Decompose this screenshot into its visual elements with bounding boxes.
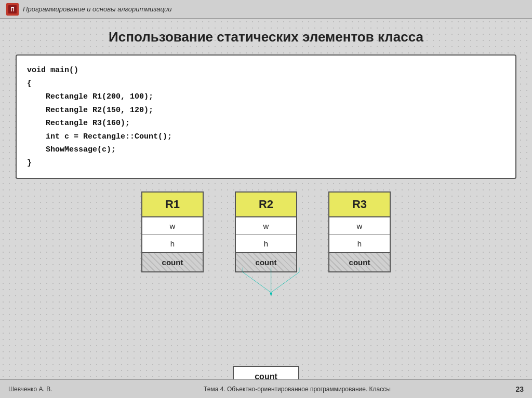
code-block: void main() { Rectangle R1(200, 100); Re…	[16, 54, 516, 179]
r3-field-h: h	[329, 235, 390, 253]
r3-count: count	[329, 253, 390, 271]
object-r1: R1 w h count	[141, 191, 204, 272]
r3-header: R3	[329, 193, 390, 217]
footer-topic: Тема 4. Объектно-ориентированное програм…	[102, 386, 493, 393]
r3-field-w: w	[329, 217, 390, 235]
r1-count: count	[142, 253, 203, 271]
r2-field-w: w	[236, 217, 296, 235]
code-line-2: {	[27, 77, 505, 91]
diagram-area: R1 w h count R2 w h count R3 w h count	[16, 191, 516, 388]
header-title: Программирование и основы алгоритмизации	[23, 5, 171, 13]
code-line-6: int c = Rectangle::Count();	[27, 130, 505, 144]
r1-field-w: w	[142, 217, 203, 235]
footer: Шевченко А. В. Тема 4. Объектно-ориентир…	[0, 379, 532, 398]
r2-field-h: h	[236, 235, 296, 253]
header: П Программирование и основы алгоритмизац…	[0, 0, 532, 19]
code-line-8: }	[27, 157, 505, 170]
r2-header: R2	[236, 193, 296, 217]
main-content: Использование статических элементов клас…	[0, 19, 532, 379]
svg-text:П: П	[10, 7, 14, 12]
object-r2: R2 w h count	[235, 191, 297, 272]
r1-header: R1	[142, 193, 203, 217]
objects-row: R1 w h count R2 w h count R3 w h count	[16, 191, 516, 272]
code-line-1: void main()	[27, 64, 505, 77]
footer-author: Шевченко А. В.	[8, 386, 102, 393]
page-title: Использование статических элементов клас…	[16, 29, 516, 45]
code-line-4: Rectangle R2(150, 120);	[27, 104, 505, 117]
r2-count: count	[236, 253, 296, 271]
object-r3: R3 w h count	[328, 191, 391, 272]
footer-page: 23	[493, 385, 524, 393]
r1-field-h: h	[142, 235, 203, 253]
code-line-3: Rectangle R1(200, 100);	[27, 90, 505, 104]
code-line-5: Rectangle R3(160);	[27, 117, 505, 130]
code-line-7: ShowMessage(c);	[27, 143, 505, 157]
app-icon: П	[6, 3, 19, 16]
